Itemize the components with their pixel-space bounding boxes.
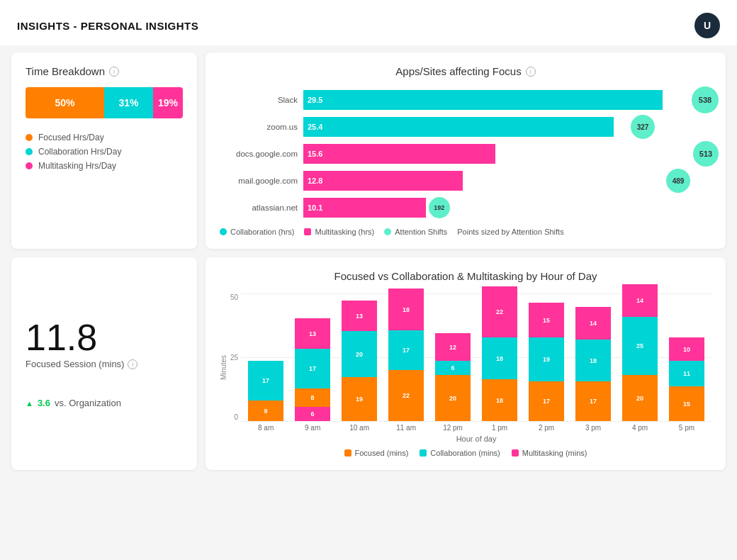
apps-chart-body: Slack 29.5 538 zoom.us 25.4 327 327 [220,87,711,218]
apps-legend-multi-label: Multitasking (hrs) [315,228,374,236]
apps-legend-size-note: Points sized by Attention Shifts [457,228,563,236]
focused-session-card: 11.8 Focused Session (mins) i ▲ 3.6 vs. … [11,257,197,470]
x-labels-row: 8 am9 am10 am11 am12 pm1 pm2 pm3 pm4 pm5… [241,424,711,432]
main-content: Time Breakdown i 50% 31% 19% Focused Hrs… [0,45,737,481]
chart-legend-focused: Focused (mins) [344,449,409,457]
time-breakdown-legend: Focused Hrs/Day Collaboration Hrs/Day Mu… [26,133,183,171]
bar-group: 13 17 8 6 [291,293,334,421]
legend-item-collab: Collaboration Hrs/Day [26,147,183,157]
apps-legend-attention: Attention Shifts [384,228,447,236]
bar-group: 181722 [384,293,428,421]
y-tick-25: 25 [230,354,238,362]
time-breakdown-title: Time Breakdown i [26,65,183,77]
collab-legend-label: Collaboration Hrs/Day [38,147,121,157]
app-bars-docs: 15.6 513 [303,144,711,164]
multi-legend-dot [26,162,33,169]
app-label-atlassian: atlassian.net [220,203,298,212]
bar-group: 141817 [571,293,615,421]
chart-legend-multi: Multitasking (mins) [512,449,587,457]
x-label: 5 pm [665,424,709,432]
x-label: 2 pm [524,424,568,432]
hourly-chart-area: Minutes 50 25 0 [220,293,711,443]
app-label-slack: Slack [220,96,298,104]
app-bars-mail: 12.8 489 [303,171,711,191]
bottom-row: 11.8 Focused Session (mins) i ▲ 3.6 vs. … [11,257,726,470]
zoom-collab-bar: 25.4 [303,117,614,137]
vs-value: 3.6 [38,398,50,408]
docs-multi-bar: 15.6 [303,144,495,164]
focused-session-vs: ▲ 3.6 vs. Organization [26,398,121,408]
atlassian-bubble: 192 [429,197,450,218]
x-axis-title: Hour of day [241,435,711,443]
app-label-docs: docs.google.com [220,150,298,158]
collab-chart-legend-label: Collaboration (mins) [430,449,500,457]
multi-legend-color [512,449,519,457]
legend-item-focused: Focused Hrs/Day [26,133,183,142]
x-label: 11 am [384,424,428,432]
bar-group: 132019 [337,293,381,421]
mail-multi-bar: 12.8 [303,171,463,191]
collab-legend-circle [220,228,227,235]
app-row-mail: mail.google.com 12.8 489 [220,171,711,191]
apps-chart-info-icon[interactable]: i [526,67,536,77]
header: INSIGHTS - PERSONAL INSIGHTS U [0,0,737,45]
bar-group: 221818 [478,293,522,421]
legend-item-multi: Multitasking Hrs/Day [26,161,183,171]
x-label: 1 pm [478,424,522,432]
bar-group: 151917 [524,293,568,421]
bar-group: 12620 [431,293,475,421]
x-label: 3 pm [571,424,615,432]
app-bars-zoom: 25.4 327 327 [303,117,711,137]
time-breakdown-info-icon[interactable]: i [109,67,119,77]
collab-legend-color [420,449,427,457]
focused-seg: 50% [26,87,104,118]
avatar[interactable]: U [694,13,720,38]
bar-group: 101115 [665,293,709,421]
atlassian-multi-bar: 10.1 [303,198,426,218]
bar-group: 142520 [618,293,662,421]
x-label: 12 pm [431,424,475,432]
mail-bubble: 489 [666,169,690,193]
y-axis-label: Minutes [220,355,227,380]
vs-label: vs. Organization [55,398,121,408]
hourly-chart-title: Focused vs Collaboration & Multitasking … [220,270,711,282]
collab-seg: 31% [104,87,153,118]
chart-body: 17 9 13 17 8 6 1320191817221262022181815… [241,293,711,443]
apps-legend-attention-label: Attention Shifts [395,228,447,236]
focused-legend-dot [26,134,33,141]
zoom-bubble: 327 [631,115,655,139]
docs-bubble: 513 [693,141,719,167]
x-label: 9 am [291,424,334,432]
apps-legend-collab: Collaboration (hrs) [220,228,294,236]
top-row: Time Breakdown i 50% 31% 19% Focused Hrs… [11,52,726,249]
app-row-docs: docs.google.com 15.6 513 [220,144,711,164]
focused-legend-color [344,449,351,457]
x-label: 8 am [244,424,288,432]
slack-bubble: 538 [692,86,719,113]
app-bars-slack: 29.5 538 [303,90,711,110]
page-title: INSIGHTS - PERSONAL INSIGHTS [17,20,198,32]
focused-chart-legend-label: Focused (mins) [355,449,409,457]
x-label: 10 am [337,424,381,432]
chart-legend: Focused (mins) Collaboration (mins) Mult… [220,449,711,457]
app-label-zoom: zoom.us [220,123,298,131]
apps-legend: Collaboration (hrs) Multitasking (hrs) A… [220,228,711,236]
bar-group: 17 9 [244,293,288,421]
multi-chart-legend-label: Multitasking (mins) [522,449,587,457]
apps-legend-collab-label: Collaboration (hrs) [230,228,294,236]
hourly-chart-card: Focused vs Collaboration & Multitasking … [206,257,726,470]
focused-session-info-icon[interactable]: i [128,359,137,369]
y-ticks: 50 25 0 [230,293,238,442]
chart-legend-collab: Collaboration (mins) [420,449,500,457]
app-bars-atlassian: 10.1 192 [303,198,711,218]
slack-collab-bar: 29.5 [303,90,663,110]
app-row-zoom: zoom.us 25.4 327 327 [220,117,711,137]
focused-session-value: 11.8 [26,319,97,356]
time-breakdown-card: Time Breakdown i 50% 31% 19% Focused Hrs… [11,52,197,249]
x-label: 4 pm [618,424,662,432]
y-tick-0: 0 [235,413,239,421]
focused-session-label: Focused Session (mins) i [26,359,137,369]
up-arrow-icon: ▲ [26,399,33,408]
gridline-0 [241,421,711,422]
y-tick-50: 50 [230,293,238,301]
